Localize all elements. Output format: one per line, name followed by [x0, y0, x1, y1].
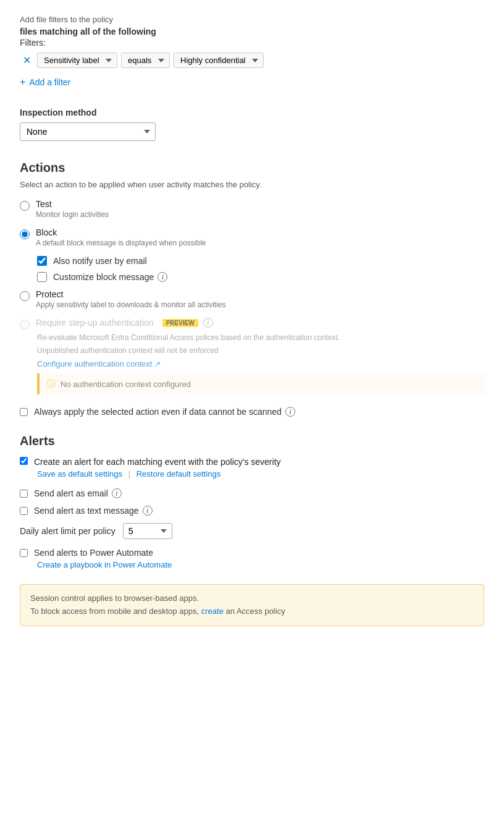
actions-section: Actions Select an action to be applied w…	[20, 161, 484, 417]
power-automate-checkbox[interactable]	[20, 549, 28, 557]
add-filter-button[interactable]: + Add a filter	[20, 74, 70, 90]
protect-radio[interactable]	[20, 291, 30, 301]
filter-remove-button[interactable]: ✕	[20, 54, 33, 67]
always-apply-row: Always apply the selected action even if…	[20, 407, 484, 417]
alert-main-checkbox[interactable]	[20, 457, 28, 465]
alert-text-label[interactable]: Send alert as text message i	[34, 506, 153, 516]
alert-main-label[interactable]: Create an alert for each matching event …	[34, 457, 281, 467]
alert-text-checkbox[interactable]	[20, 507, 28, 515]
step-up-option: Require step-up authentication PREVIEW i	[20, 318, 484, 330]
always-apply-info-icon[interactable]: i	[285, 407, 295, 417]
inspection-section: Inspection method None	[20, 108, 484, 141]
power-automate-check-row: Send alerts to Power Automate	[20, 548, 484, 558]
save-default-link[interactable]: Save as default settings	[37, 469, 122, 479]
alerts-heading: Alerts	[20, 434, 484, 448]
block-label[interactable]: Block	[36, 228, 206, 237]
matching-text: files matching all of the following	[20, 27, 484, 36]
configure-auth-link[interactable]: Configure authentication context ↗	[37, 359, 161, 368]
test-option: Test Monitor login activities	[20, 199, 484, 219]
alert-email-checkbox[interactable]	[20, 490, 28, 498]
daily-limit-row: Daily alert limit per policy 5	[20, 523, 484, 539]
stepup-desc-line1: Re-evaluate Microsoft Entra Conditional …	[37, 332, 395, 343]
filter-value-dropdown[interactable]: Highly confidential	[174, 53, 264, 68]
stepup-desc-line2: Unpublished authentication context will …	[37, 345, 395, 356]
filters-label: Filters:	[20, 38, 484, 48]
customize-block-checkbox[interactable]	[37, 272, 47, 282]
operator-dropdown[interactable]: equals	[121, 53, 170, 68]
customize-block-info-icon[interactable]: i	[158, 272, 167, 282]
protect-option: Protect Apply sensitivity label to downl…	[20, 289, 484, 309]
warning-icon: ⓘ	[47, 378, 56, 389]
alert-sub-links: Save as default settings | Restore defau…	[37, 469, 484, 479]
actions-description: Select an action to be applied when user…	[20, 180, 484, 189]
alert-main-row: Create an alert for each matching event …	[20, 457, 484, 467]
daily-limit-label: Daily alert limit per policy	[20, 526, 116, 536]
always-apply-label[interactable]: Always apply the selected action even if…	[34, 407, 295, 417]
always-apply-checkbox[interactable]	[20, 408, 28, 416]
power-automate-row: Send alerts to Power Automate Create a p…	[20, 548, 484, 569]
daily-limit-select[interactable]: 5	[123, 523, 172, 539]
session-notice: Session control applies to browser-based…	[20, 584, 484, 626]
create-access-policy-link[interactable]: create	[201, 606, 226, 616]
external-link-icon: ↗	[154, 360, 161, 368]
notify-email-label[interactable]: Also notify user by email	[53, 256, 147, 266]
power-automate-label[interactable]: Send alerts to Power Automate	[34, 548, 153, 558]
block-options: Also notify user by email Customize bloc…	[37, 256, 484, 282]
sensitivity-label-dropdown[interactable]: Sensitivity label	[37, 53, 117, 68]
session-notice-line2: To block access from mobile and desktop …	[30, 605, 474, 618]
alert-text-info-icon[interactable]: i	[143, 506, 153, 516]
stepup-radio[interactable]	[20, 320, 30, 330]
file-filters-section: Add file filters to the policy files mat…	[20, 15, 484, 90]
inspection-dropdown[interactable]: None	[20, 122, 156, 141]
block-sublabel: A default block message is displayed whe…	[36, 239, 206, 247]
warning-box: ⓘ No authentication context configured	[37, 373, 484, 394]
send-text-alert-row: Send alert as text message i	[20, 506, 484, 516]
inspection-dropdown-container: None	[20, 122, 156, 141]
link-divider: |	[128, 469, 130, 479]
notify-email-row: Also notify user by email	[37, 256, 484, 266]
customize-block-row: Customize block message i	[37, 272, 484, 282]
customize-block-label[interactable]: Customize block message i	[53, 272, 167, 282]
create-playbook-link[interactable]: Create a playbook in Power Automate	[37, 560, 484, 569]
filter-row: ✕ Sensitivity label equals Highly confid…	[20, 53, 484, 68]
protect-label[interactable]: Protect	[36, 289, 225, 299]
page-container: Add file filters to the policy files mat…	[0, 0, 504, 821]
protect-sublabel: Apply sensitivity label to downloads & m…	[36, 300, 225, 309]
step-up-section: Require step-up authentication PREVIEW i…	[20, 318, 484, 394]
test-sublabel: Monitor login activities	[36, 210, 109, 219]
alert-email-info-icon[interactable]: i	[112, 488, 122, 498]
add-filters-title: Add file filters to the policy	[20, 15, 484, 24]
send-email-alert-row: Send alert as email i	[20, 488, 484, 498]
alert-email-label[interactable]: Send alert as email i	[34, 488, 122, 498]
warning-text: No authentication context configured	[61, 380, 191, 389]
stepup-info-icon[interactable]: i	[203, 318, 213, 328]
alerts-section: Alerts Create an alert for each matching…	[20, 434, 484, 626]
plus-icon: +	[20, 77, 25, 88]
notify-email-checkbox[interactable]	[37, 256, 47, 266]
test-radio[interactable]	[20, 201, 30, 211]
stepup-label[interactable]: Require step-up authentication	[36, 318, 154, 328]
test-label[interactable]: Test	[36, 199, 109, 209]
session-notice-line1: Session control applies to browser-based…	[30, 592, 474, 605]
restore-default-link[interactable]: Restore default settings	[136, 469, 221, 479]
block-option: Block A default block message is display…	[20, 228, 484, 247]
actions-heading: Actions	[20, 161, 484, 175]
inspection-label: Inspection method	[20, 108, 484, 117]
block-radio[interactable]	[20, 229, 30, 239]
add-filter-label: Add a filter	[29, 77, 70, 87]
preview-badge: PREVIEW	[162, 319, 198, 327]
